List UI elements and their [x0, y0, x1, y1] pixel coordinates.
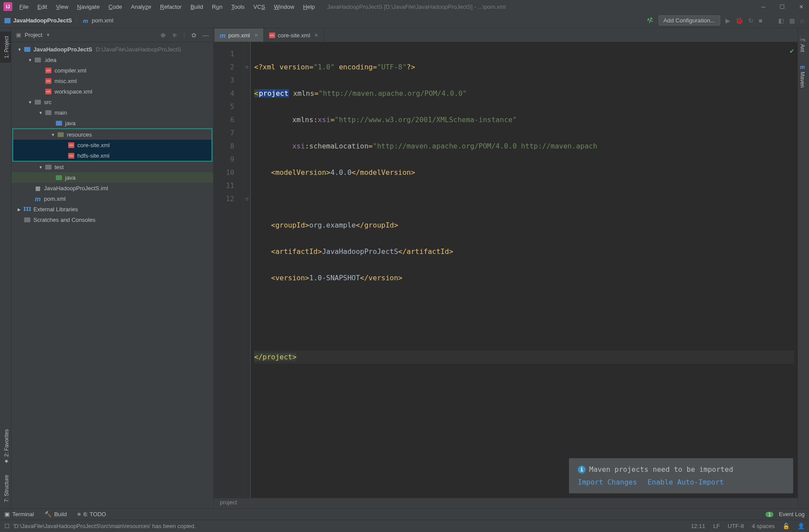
- menu-view[interactable]: View: [52, 3, 72, 11]
- expand-icon[interactable]: [28, 100, 34, 105]
- project-panel-title[interactable]: Project: [25, 32, 42, 38]
- left-tool-strip: 1: Project ★ 2: Favorites 7: Structure: [0, 28, 11, 508]
- fold-icon[interactable]: ⊟: [244, 61, 250, 74]
- indent[interactable]: 4 spaces: [752, 523, 775, 529]
- expand-icon[interactable]: [39, 165, 45, 170]
- close-tab-icon[interactable]: ×: [254, 32, 258, 39]
- structure-tool-tab[interactable]: 7: Structure: [0, 470, 11, 507]
- event-log-tab[interactable]: Event Log: [779, 511, 805, 518]
- expand-icon[interactable]: [28, 58, 34, 62]
- terminal-tab[interactable]: ▣Terminal: [4, 511, 34, 518]
- line-gutter: 123456789101112: [214, 42, 244, 498]
- line-ending[interactable]: LF: [713, 523, 720, 529]
- maven-tool-tab[interactable]: m Maven: [798, 60, 809, 92]
- todo-icon: ≡: [77, 511, 81, 518]
- maven-import-notification: iMaven projects need to be imported Impo…: [569, 458, 793, 493]
- dropdown-icon[interactable]: ▼: [46, 33, 50, 37]
- add-configuration-button[interactable]: Add Configuration...: [659, 15, 720, 25]
- notification-title: Maven projects need to be imported: [589, 465, 733, 474]
- menu-build[interactable]: Build: [187, 3, 207, 11]
- coverage-icon[interactable]: ↻: [748, 17, 754, 24]
- hector-icon[interactable]: 👤: [798, 523, 805, 529]
- breadcrumb-file[interactable]: pom.xml: [92, 17, 113, 24]
- expand-icon[interactable]: [51, 132, 57, 137]
- fold-end-icon[interactable]: ⊟: [244, 192, 250, 206]
- tree-workspace[interactable]: </>workspace.xml: [11, 86, 213, 97]
- code-editor[interactable]: 123456789101112 ⊟ ⊟ <?xml version="1.0" …: [214, 42, 798, 498]
- folder-icon: [45, 165, 51, 170]
- build-tab[interactable]: 🔨Build: [44, 511, 67, 518]
- tree-src[interactable]: src: [11, 97, 213, 107]
- editor-breadcrumb[interactable]: project: [214, 498, 798, 508]
- locate-icon[interactable]: ⊕: [160, 32, 166, 39]
- todo-tab[interactable]: ≡6: TODO: [77, 511, 106, 518]
- menu-code[interactable]: Code: [105, 3, 126, 11]
- maximize-button[interactable]: ☐: [778, 2, 787, 12]
- settings-icon[interactable]: ✿: [191, 32, 197, 39]
- test-folder-icon: [56, 175, 62, 180]
- structure-icon[interactable]: ▦: [789, 17, 795, 24]
- status-bar: ☐'D:\JavaFile\JavaHadoopProJectS\src\mai…: [0, 520, 809, 532]
- tree-pom[interactable]: mpom.xml: [11, 193, 213, 204]
- minimize-button[interactable]: ─: [760, 2, 767, 12]
- tree-resources[interactable]: resources: [13, 129, 211, 140]
- module-icon: [24, 47, 30, 52]
- menu-navigate[interactable]: Navigate: [73, 3, 103, 11]
- tree-compiler[interactable]: </>compiler.xml: [11, 65, 213, 76]
- tree-hdfs-site[interactable]: </>hdfs-site.xml: [13, 150, 211, 161]
- menu-window[interactable]: Window: [270, 3, 298, 11]
- menu-vcs[interactable]: VCS: [250, 3, 269, 11]
- menu-edit[interactable]: Edit: [34, 3, 51, 11]
- git-icon[interactable]: ◧: [778, 17, 784, 24]
- lock-icon[interactable]: 🔓: [783, 523, 790, 529]
- expand-icon[interactable]: [39, 110, 45, 115]
- search-icon[interactable]: ⌕: [800, 17, 805, 25]
- tree-test[interactable]: test: [11, 162, 213, 172]
- project-tree: JavaHadoopProJectS D:\JavaFile\JavaHadoo…: [11, 42, 213, 508]
- tree-test-java[interactable]: java: [11, 172, 213, 183]
- tree-java[interactable]: java: [11, 118, 213, 128]
- debug-icon[interactable]: 🐞: [736, 17, 743, 24]
- tree-misc[interactable]: </>misc.xml: [11, 76, 213, 86]
- inspection-ok-icon[interactable]: ✔: [790, 47, 794, 55]
- nav-toolbar: ⚒ Add Configuration... ▶ 🐞 ↻ ■ ◧ ▦ ⌕: [647, 15, 805, 25]
- close-button[interactable]: ✕: [797, 2, 805, 12]
- hide-icon[interactable]: —: [203, 32, 209, 39]
- menu-analyze[interactable]: Analyze: [128, 3, 155, 11]
- tree-iml[interactable]: ▦JavaHadoopProJectS.iml: [11, 183, 213, 193]
- run-icon[interactable]: ▶: [725, 17, 730, 24]
- menu-refactor[interactable]: Refactor: [157, 3, 185, 11]
- menu-tools[interactable]: Tools: [228, 3, 248, 11]
- expand-icon[interactable]: [18, 207, 24, 212]
- expand-icon[interactable]: [18, 47, 24, 52]
- ant-tool-tab[interactable]: 🐜 Ant: [798, 32, 809, 56]
- tab-pom[interactable]: mpom.xml×: [215, 29, 264, 42]
- enable-auto-import-link[interactable]: Enable Auto-Import: [648, 478, 724, 486]
- xml-file-icon: </>: [45, 78, 51, 84]
- project-tool-tab[interactable]: 1: Project: [0, 32, 11, 63]
- menu-run[interactable]: Run: [208, 3, 226, 11]
- stop-icon[interactable]: ■: [759, 17, 762, 24]
- resources-highlight: resources </>core-site.xml </>hdfs-site.…: [12, 128, 212, 162]
- menu-file[interactable]: File: [16, 3, 32, 11]
- import-changes-link[interactable]: Import Changes: [578, 478, 637, 486]
- build-icon[interactable]: ⚒: [646, 15, 655, 25]
- tab-core-site[interactable]: </>core-site.xml×: [264, 29, 324, 42]
- tree-external-libs[interactable]: 𝗜𝗜𝗜External Libraries: [11, 204, 213, 214]
- tree-idea[interactable]: .idea: [11, 54, 213, 65]
- code-content[interactable]: <?xml version="1.0" encoding="UTF-8"?> <…: [251, 42, 798, 498]
- right-tool-strip: 🐜 Ant m Maven: [798, 28, 809, 508]
- favorites-tool-tab[interactable]: ★ 2: Favorites: [0, 425, 11, 469]
- tree-scratches[interactable]: Scratches and Consoles: [11, 214, 213, 225]
- tree-main[interactable]: main: [11, 107, 213, 118]
- tree-core-site[interactable]: </>core-site.xml: [13, 140, 211, 150]
- breadcrumb-project[interactable]: JavaHadoopProJectS: [13, 17, 72, 24]
- collapse-icon[interactable]: ≑: [172, 32, 177, 39]
- tree-root[interactable]: JavaHadoopProJectS D:\JavaFile\JavaHadoo…: [11, 44, 213, 54]
- encoding[interactable]: UTF-8: [728, 523, 744, 529]
- cursor-position[interactable]: 12:11: [691, 523, 705, 529]
- titlebar: IJ File Edit View Navigate Code Analyze …: [0, 0, 809, 13]
- close-tab-icon[interactable]: ×: [314, 32, 318, 39]
- project-panel-tools: ⊕ ≑ | ✿ —: [160, 32, 209, 39]
- menu-help[interactable]: Help: [299, 3, 318, 11]
